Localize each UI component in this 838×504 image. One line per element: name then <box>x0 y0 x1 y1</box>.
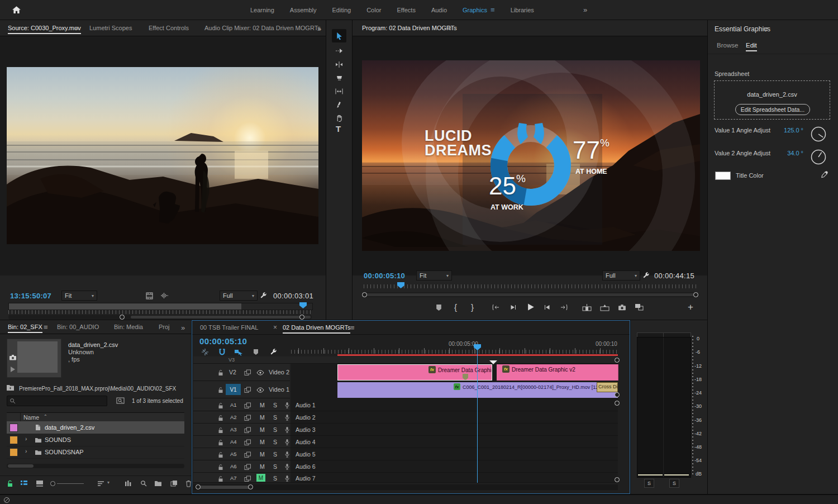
tab-source[interactable]: Source: C0030_Proxy.mov <box>8 25 81 34</box>
home-button[interactable] <box>8 4 25 16</box>
sync-lock-icon[interactable] <box>244 386 252 393</box>
go-to-in-button[interactable] <box>491 302 501 312</box>
clip-dreamer-data-graphic-v2[interactable]: fx Dreamer Data Graphic v2 <box>497 364 618 381</box>
solo-button[interactable]: S <box>273 414 277 421</box>
lock-icon[interactable] <box>217 463 225 470</box>
export-frame-button[interactable] <box>616 302 627 312</box>
timeline-panel-menu-icon[interactable]: ≡ <box>350 324 355 332</box>
source-scroll-handle-right[interactable] <box>299 315 304 320</box>
sync-lock-icon[interactable] <box>244 414 252 421</box>
meter-solo-right-button[interactable]: S <box>669 479 679 488</box>
track-v1-name[interactable]: Video 1 <box>269 386 289 393</box>
mic-icon[interactable] <box>284 426 291 434</box>
track-a3-name[interactable]: Audio 3 <box>296 426 316 433</box>
timeline-playhead-line[interactable] <box>477 345 478 483</box>
list-view-button[interactable] <box>19 479 29 488</box>
source-scroll-handle-left[interactable] <box>120 315 125 320</box>
mic-icon[interactable] <box>284 413 291 421</box>
vscroll-handle[interactable] <box>615 401 620 406</box>
track-a2-name[interactable]: Audio 2 <box>296 414 316 421</box>
tab-bin-00-audio[interactable]: Bin: 00_AUDIO <box>57 324 99 330</box>
source-scrollbar[interactable] <box>8 315 312 320</box>
new-item-button[interactable] <box>169 479 179 488</box>
vscroll-handle[interactable] <box>615 358 620 363</box>
param1-dial[interactable] <box>810 126 827 142</box>
track-a6-header[interactable]: A6 M S Audio 6 <box>193 460 618 473</box>
pen-tool[interactable] <box>332 98 346 111</box>
lock-icon[interactable] <box>217 402 225 409</box>
track-a6-name[interactable]: Audio 6 <box>296 463 316 470</box>
solo-button[interactable]: S <box>273 475 277 482</box>
new-bin-button[interactable] <box>153 479 163 488</box>
track-a7-label[interactable]: A7 <box>230 475 237 481</box>
program-scroll-handle-right[interactable] <box>693 292 698 297</box>
hscroll-handle-left[interactable] <box>196 484 201 489</box>
track-a5-label[interactable]: A5 <box>230 451 237 457</box>
find-button[interactable] <box>139 479 149 488</box>
list-row[interactable]: › SOUNDSNAP <box>7 446 184 459</box>
label-color-swatch[interactable] <box>9 448 18 457</box>
settings-wrench-icon[interactable] <box>641 271 651 280</box>
nest-sequences-toggle-icon[interactable] <box>200 348 210 356</box>
razor-tool[interactable] <box>332 72 346 84</box>
tab-bin-media[interactable]: Bin: Media <box>114 324 143 330</box>
solo-button[interactable]: S <box>273 451 277 458</box>
bin-tabs-overflow-chevron[interactable]: » <box>181 324 185 332</box>
track-a6-label[interactable]: A6 <box>230 463 237 469</box>
list-item-name[interactable]: SOUNDS <box>45 436 71 443</box>
expand-chevron-icon[interactable]: › <box>25 448 27 454</box>
label-color-swatch[interactable] <box>9 436 18 444</box>
sync-lock-icon[interactable] <box>244 451 252 458</box>
lock-icon[interactable] <box>217 414 225 421</box>
tab-effect-controls[interactable]: Effect Controls <box>149 25 189 31</box>
workspace-menu-icon[interactable]: ≡ <box>491 6 495 14</box>
ripple-edit-tool[interactable] <box>332 58 346 70</box>
mic-icon[interactable] <box>284 450 291 458</box>
lift-button[interactable] <box>580 302 593 312</box>
close-sequence-tab-icon[interactable]: × <box>273 324 277 331</box>
hscroll-handle-right[interactable] <box>248 484 253 489</box>
preview-thumbnail[interactable] <box>7 339 61 378</box>
list-item-name[interactable]: SOUNDSNAP <box>45 449 84 455</box>
mic-icon[interactable] <box>284 438 291 446</box>
track-v2-label[interactable]: V2 <box>229 369 236 375</box>
solo-button[interactable]: S <box>273 463 277 470</box>
workspace-tab-effects[interactable]: Effects <box>397 7 415 13</box>
bin-horizontal-scrollbar[interactable] <box>7 464 184 468</box>
mute-button[interactable]: M <box>260 402 265 408</box>
track-v1-header[interactable]: V1 Video 1 <box>193 381 290 398</box>
program-scroll-handle-left[interactable] <box>362 292 367 297</box>
title-color-swatch[interactable] <box>715 172 731 180</box>
source-resolution-select[interactable]: Full▾ <box>220 291 258 301</box>
delete-trash-button[interactable] <box>184 479 192 488</box>
slip-tool[interactable] <box>332 85 346 97</box>
mic-icon[interactable] <box>284 401 291 409</box>
tab-sequence-data-driven[interactable]: 02 Data Driven MOGRTs <box>283 324 350 334</box>
clip-dreamer-data-graphic-v[interactable]: fx Dreamer Data Graphic v <box>337 364 492 381</box>
list-row-selected[interactable]: data_driven_2.csv <box>7 421 184 434</box>
track-a3-header[interactable]: A3 M S Audio 3 <box>193 424 618 436</box>
vscroll-handle[interactable] <box>615 392 620 397</box>
param2-value[interactable]: 34.0 ° <box>781 150 803 156</box>
clip-marker-icon[interactable] <box>463 374 468 381</box>
workspace-tab-learning[interactable]: Learning <box>250 7 274 13</box>
lock-icon[interactable] <box>217 426 225 434</box>
lock-icon[interactable] <box>217 475 225 482</box>
bin-path-breadcrumb[interactable]: PremierePro_Fall_2018_MAX.prproj\Media\0… <box>19 386 176 392</box>
mic-icon[interactable] <box>284 474 291 482</box>
program-panel-menu-icon[interactable]: ≡ <box>447 24 452 32</box>
workspace-tab-libraries[interactable]: Libraries <box>511 7 534 13</box>
track-a1-name[interactable]: Audio 1 <box>296 402 316 408</box>
list-header[interactable]: Name ⌃ <box>7 412 184 422</box>
source-panel-menu-icon[interactable]: ≡ <box>74 24 79 32</box>
label-color-swatch[interactable] <box>9 424 18 432</box>
tab-bin-02-sfx[interactable]: Bin: 02_SFX <box>8 324 42 333</box>
tab-edit[interactable]: Edit <box>746 42 757 51</box>
mark-in-button[interactable]: { <box>454 302 457 312</box>
settings-wrench-icon[interactable] <box>258 291 268 300</box>
snap-toggle-icon[interactable] <box>217 348 227 356</box>
timeline-settings-wrench-icon[interactable] <box>268 348 278 356</box>
tab-sequence-tsb-trailer[interactable]: 00 TSB Trailer FINAL <box>200 324 258 331</box>
eye-toggle-icon[interactable] <box>256 369 265 376</box>
go-to-out-button[interactable] <box>559 302 569 312</box>
